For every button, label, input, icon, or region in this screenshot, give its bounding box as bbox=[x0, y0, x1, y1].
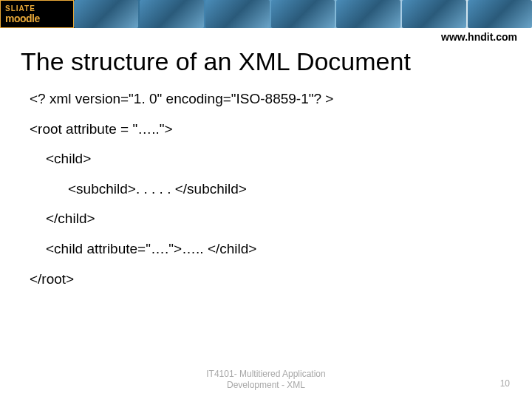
header-banner: SLIATE moodle bbox=[0, 0, 532, 28]
code-line-child-attr: <child attribute="….">….. </child> bbox=[30, 239, 510, 259]
banner-images bbox=[74, 0, 532, 28]
footer-line2: Development - XML bbox=[227, 380, 305, 390]
code-line-root-open: <root attribute = "….."> bbox=[30, 120, 510, 140]
logo-top-text: SLIATE bbox=[5, 4, 73, 13]
banner-image bbox=[140, 0, 204, 28]
code-line-xml-declaration: <? xml version="1. 0" encoding="ISO-8859… bbox=[30, 89, 510, 109]
footer-course-text: IT4101- Multitiered Application Developm… bbox=[206, 369, 325, 390]
page-number: 10 bbox=[500, 378, 510, 389]
code-line-root-close: </root> bbox=[30, 270, 510, 290]
content-area: <? xml version="1. 0" encoding="ISO-8859… bbox=[0, 89, 532, 289]
url-text: www.hndit.com bbox=[0, 28, 532, 44]
banner-image bbox=[336, 0, 400, 28]
banner-image bbox=[468, 0, 532, 28]
page-title: The structure of an XML Document bbox=[0, 44, 532, 89]
footer-line1: IT4101- Multitiered Application bbox=[206, 369, 325, 379]
footer: IT4101- Multitiered Application Developm… bbox=[0, 369, 532, 390]
logo-bottom-text: moodle bbox=[5, 13, 73, 24]
code-line-child-close: </child> bbox=[30, 209, 510, 229]
logo-box: SLIATE moodle bbox=[0, 0, 74, 28]
banner-image bbox=[402, 0, 466, 28]
code-line-child-open: <child> bbox=[30, 149, 510, 169]
banner-image bbox=[74, 0, 138, 28]
banner-image bbox=[271, 0, 335, 28]
banner-image bbox=[205, 0, 270, 28]
code-line-subchild: <subchild>. . . . . </subchild> bbox=[30, 180, 510, 200]
